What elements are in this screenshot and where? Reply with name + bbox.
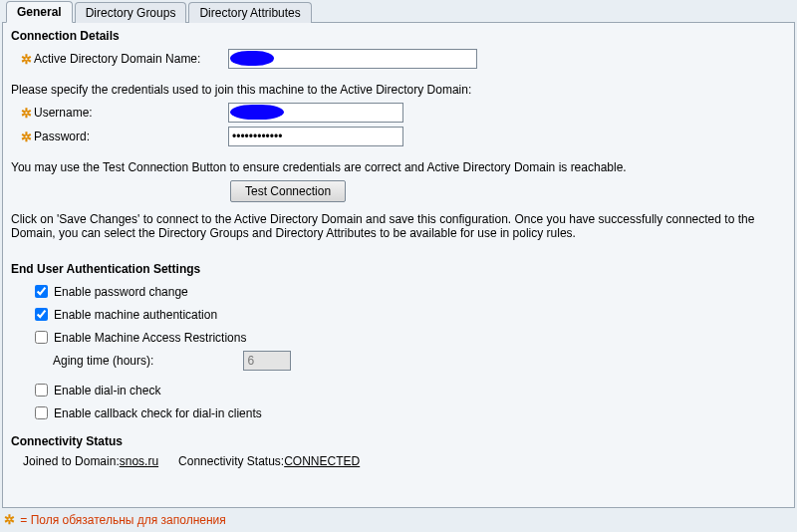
section-end-user-auth: End User Authentication Settings <box>11 262 786 276</box>
checkbox-enable-callback[interactable] <box>35 406 48 419</box>
checkbox-enable-dialin[interactable] <box>35 384 48 397</box>
required-icon: ✲ <box>21 130 31 144</box>
tab-directory-attributes[interactable]: Directory Attributes <box>188 2 311 23</box>
value-connectivity-status: CONNECTED <box>284 454 360 468</box>
checkbox-enable-mar[interactable] <box>35 331 48 344</box>
required-icon: ✲ <box>21 106 31 121</box>
label-test-intro: You may use the Test Connection Button t… <box>11 160 786 174</box>
aging-time-input <box>243 351 291 371</box>
label-enable-mar: Enable Machine Access Restrictions <box>54 331 246 345</box>
domain-name-input[interactable] <box>228 49 477 69</box>
label-aging-time: Aging time (hours): <box>53 354 153 368</box>
label-enable-callback: Enable callback check for dial-in client… <box>54 406 262 420</box>
connectivity-status-row: Joined to Domain:snos.ru Connectivity St… <box>23 454 786 468</box>
tab-general[interactable]: General <box>6 1 73 23</box>
label-enable-password-change: Enable password change <box>54 285 188 299</box>
required-footer: ✲ = Поля обязательны для заполнения <box>4 512 797 527</box>
label-save-intro: Click on 'Save Changes' to connect to th… <box>11 212 786 240</box>
label-password: Password: <box>34 130 228 143</box>
password-input[interactable] <box>228 127 403 146</box>
checkbox-enable-password-change[interactable] <box>35 285 48 298</box>
label-enable-machine-auth: Enable machine authentication <box>54 308 217 322</box>
label-enable-dialin: Enable dial-in check <box>54 384 160 398</box>
tab-directory-groups[interactable]: Directory Groups <box>75 2 187 23</box>
section-connectivity-status: Connectivity Status <box>11 434 786 448</box>
label-domain-name: Active Directory Domain Name: <box>34 52 228 66</box>
value-joined-domain: snos.ru <box>120 454 158 468</box>
username-input[interactable] <box>228 103 403 123</box>
tabs-bar: General Directory Groups Directory Attri… <box>0 0 797 22</box>
checkbox-enable-machine-auth[interactable] <box>35 308 48 321</box>
general-panel: Connection Details ✲ Active Directory Do… <box>2 22 795 508</box>
label-credentials-intro: Please specify the credentials used to j… <box>11 83 786 97</box>
label-username: Username: <box>34 106 228 120</box>
label-connectivity-status: Connectivity Status: <box>178 454 284 468</box>
section-connection-details: Connection Details <box>11 29 786 43</box>
required-icon: ✲ <box>21 52 31 67</box>
test-connection-button[interactable]: Test Connection <box>230 180 346 202</box>
label-joined-to: Joined to Domain: <box>23 454 120 468</box>
footer-text: = Поля обязательны для заполнения <box>17 513 226 527</box>
required-icon: ✲ <box>4 512 14 527</box>
